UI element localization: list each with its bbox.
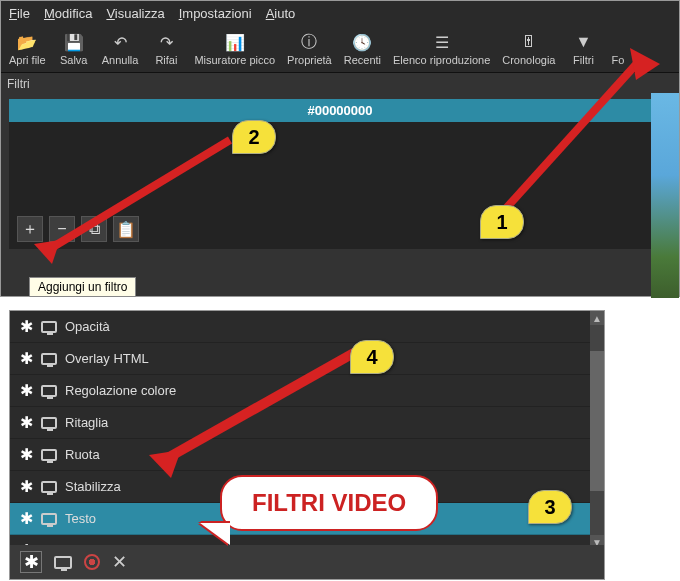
asterisk-icon: ✱ [20,317,33,336]
list-icon: ☰ [435,32,449,52]
callout-1: 1 [480,205,524,239]
monitor-icon [41,481,57,493]
filter-item[interactable]: ✱Overlay HTML [10,343,604,375]
filter-label: Opacità [65,319,110,334]
audio-filter-toggle[interactable] [84,554,100,570]
close-button[interactable]: ✕ [112,551,127,573]
remove-filter-button[interactable]: − [49,216,75,242]
save-icon: 💾 [64,32,84,52]
paste-filter-button[interactable]: 📋 [113,216,139,242]
filter-label: Ritaglia [65,415,108,430]
monitor-icon [41,449,57,461]
folder-open-icon: 📂 [17,32,37,52]
asterisk-icon: ✱ [20,413,33,432]
filters-panel-header[interactable]: #00000000 [9,99,671,122]
filter-label: Regolazione colore [65,383,176,398]
open-file-button[interactable]: 📂 Apri file [3,30,52,68]
filters-panel-title: Filtri [1,73,679,95]
video-filter-toggle[interactable] [54,556,72,569]
monitor-icon [41,417,57,429]
copy-filter-button[interactable]: ⧉ [81,216,107,242]
filter-item[interactable]: ✱Ritaglia [10,407,604,439]
properties-button[interactable]: ⓘ Proprietà [281,30,338,68]
monitor-icon [41,385,57,397]
redo-icon: ↷ [160,32,173,52]
bubble-label: FILTRI VIDEO [220,475,438,531]
copy-icon: ⧉ [89,220,100,238]
meter-icon: 📊 [225,32,245,52]
menu-help[interactable]: Aiuto [262,4,300,23]
menu-settings[interactable]: Impostazioni [175,4,256,23]
callout-2: 2 [232,120,276,154]
recent-button[interactable]: 🕓 Recenti [338,30,387,68]
playlist-button[interactable]: ☰ Elenco riproduzione [387,30,496,68]
filter-label: Testo [65,511,96,526]
asterisk-icon: ✱ [20,509,33,528]
menu-view[interactable]: Visualizza [102,4,168,23]
menu-edit[interactable]: Modifica [40,4,96,23]
add-filter-button[interactable]: ＋ [17,216,43,242]
add-filter-tooltip: Aggiungi un filtro [29,277,136,297]
filter-label: Overlay HTML [65,351,149,366]
scroll-up-button[interactable]: ▲ [590,311,604,325]
monitor-icon [41,353,57,365]
filters-button[interactable]: ▼ Filtri [561,30,605,68]
callout-3: 3 [528,490,572,524]
scroll-thumb[interactable] [590,351,604,491]
save-button[interactable]: 💾 Salva [52,30,96,68]
monitor-icon [41,513,57,525]
favorite-toggle[interactable]: ✱ [20,551,42,573]
asterisk-icon: ✱ [20,477,33,496]
plus-icon: ＋ [22,219,38,240]
peak-meter-button[interactable]: 📊 Misuratore picco [188,30,281,68]
asterisk-icon: ✱ [20,381,33,400]
info-icon: ⓘ [301,32,317,52]
clipboard-icon: 📋 [116,220,136,239]
filter-label: Stabilizza [65,479,121,494]
sliders-icon: 🎚 [521,32,537,52]
truncated-button[interactable]: Fo [605,30,630,68]
monitor-icon [41,321,57,333]
scrollbar[interactable]: ▲ ▼ [590,311,604,549]
filter-label: Ruota [65,447,100,462]
funnel-icon: ▼ [576,32,592,52]
asterisk-icon: ✱ [20,445,33,464]
undo-icon: ↶ [114,32,127,52]
redo-button[interactable]: ↷ Rifai [144,30,188,68]
callout-4: 4 [350,340,394,374]
preview-edge [651,93,679,298]
asterisk-icon: ✱ [20,349,33,368]
filter-item[interactable]: ✱Opacità [10,311,604,343]
clock-icon: 🕓 [352,32,372,52]
minus-icon: − [57,220,66,238]
menu-file[interactable]: File [5,4,34,23]
history-button[interactable]: 🎚 Cronologia [496,30,561,68]
undo-button[interactable]: ↶ Annulla [96,30,145,68]
filter-item[interactable]: ✱Regolazione colore [10,375,604,407]
filter-item[interactable]: ✱Ruota [10,439,604,471]
